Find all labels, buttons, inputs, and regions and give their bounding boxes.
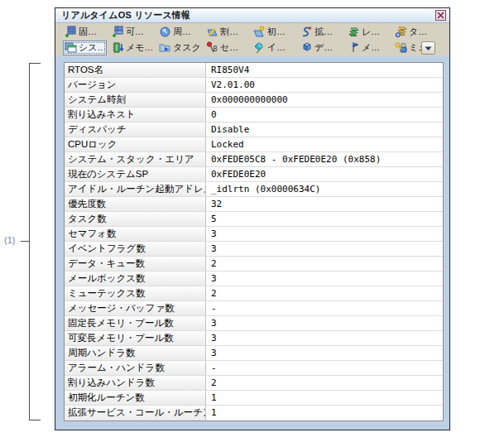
toolbar-overflow-button[interactable]	[421, 41, 435, 55]
button-mailbox[interactable]: メ…	[346, 41, 390, 55]
resource-value: 3	[206, 227, 443, 241]
button-cyclic-handler[interactable]: 周…	[157, 25, 201, 40]
resource-label: システム時刻	[65, 93, 206, 107]
resource-value: RI850V4	[206, 63, 443, 77]
resource-label: バージョン	[65, 78, 206, 92]
resource-value: V2.01.00	[206, 78, 443, 92]
button-extended-service-call[interactable]: 拡…	[299, 25, 343, 40]
button-label: 拡…	[314, 26, 333, 38]
resource-value: 0xFEDE0E20	[206, 167, 443, 181]
resource-label: セマフォ数	[65, 227, 206, 241]
initialize-routine-icon	[253, 26, 266, 38]
table-row[interactable]: 割り込みネスト0	[65, 108, 443, 123]
table-row[interactable]: システム時刻0x000000000000	[65, 93, 443, 108]
resource-label: 初期化ルーチン数	[65, 391, 206, 405]
data-queue-icon	[300, 41, 313, 54]
toolbar-row-2: シス… メモ… タスク 8 セ… イ…	[63, 40, 448, 55]
panel-titlebar[interactable]: リアルタイムOS リソース情報	[55, 8, 449, 23]
button-label: 周…	[173, 26, 191, 38]
resource-value: 3	[206, 242, 443, 256]
button-system[interactable]: シス…	[63, 41, 107, 55]
resource-label: RTOS名	[65, 63, 206, 77]
resource-label: CPUロック	[65, 137, 206, 151]
table-row[interactable]: メッセージ・バッファ数-	[65, 301, 443, 316]
table-row[interactable]: 優先度数32	[65, 197, 443, 212]
table-row[interactable]: 割り込みハンドラ数2	[65, 376, 443, 391]
close-button[interactable]	[435, 10, 446, 21]
resource-value: 0	[206, 108, 443, 122]
resource-value: 0x000000000000	[206, 93, 443, 107]
button-label: 割…	[220, 26, 238, 38]
close-icon	[437, 12, 444, 19]
timer-queue-icon	[395, 26, 407, 38]
mutex-icon	[395, 41, 407, 54]
table-row[interactable]: バージョンV2.01.00	[65, 78, 443, 93]
resource-value: _idlrtn (0x0000634C)	[206, 182, 443, 196]
table-row[interactable]: アラーム・ハンドラ数-	[65, 361, 443, 376]
table-row[interactable]: データ・キュー数2	[65, 257, 443, 271]
resource-value: 3	[206, 346, 443, 360]
task-icon	[159, 41, 171, 54]
panel-toolbar: 固… 可… 周… 割… 初…	[55, 23, 449, 56]
resource-label: 現在のシステムSP	[65, 167, 206, 181]
extended-service-call-icon	[300, 26, 313, 38]
toolbar-row-1: 固… 可… 周… 割… 初…	[63, 24, 448, 40]
table-row[interactable]: システム・スタック・エリア0xFEDE05C8 - 0xFEDE0E20 (0x…	[65, 152, 443, 167]
resource-label: アイドル・ルーチン起動アドレス	[65, 182, 206, 196]
variable-memory-pool-icon	[112, 26, 124, 38]
resource-value: 1	[206, 391, 443, 405]
table-row[interactable]: 初期化ルーチン数1	[65, 391, 443, 406]
table-row[interactable]: ミューテックス数2	[65, 286, 443, 301]
resource-value: Locked	[206, 137, 443, 151]
svg-text:8: 8	[213, 45, 218, 53]
table-row[interactable]: メールボックス数3	[65, 271, 443, 286]
button-variable-memory-pool[interactable]: 可…	[110, 25, 154, 40]
button-interrupt-service-routine[interactable]: 割…	[204, 25, 248, 40]
resource-label: メールボックス数	[65, 271, 206, 286]
button-timer-queue[interactable]: タ…	[393, 25, 437, 40]
table-row[interactable]: イベントフラグ数3	[65, 242, 443, 257]
memory-icon	[112, 41, 124, 54]
resource-label: 割り込みネスト	[65, 108, 206, 122]
table-row[interactable]: 固定長メモリ・プール数3	[65, 316, 443, 331]
button-task[interactable]: タスク	[157, 41, 201, 55]
button-label: タスク	[173, 41, 199, 54]
button-label: 初…	[267, 26, 286, 38]
resource-table: RTOS名RI850V4 バージョンV2.01.00 システム時刻0x00000…	[64, 62, 444, 421]
button-label: 可…	[126, 26, 144, 38]
table-row[interactable]: セマフォ数3	[65, 227, 443, 242]
table-row[interactable]: ディスパッチDisable	[65, 123, 443, 137]
button-data-queue[interactable]: デ…	[299, 41, 343, 55]
annotation-label: (1)	[4, 235, 15, 245]
resource-label: タスク数	[65, 212, 206, 226]
table-row[interactable]: 可変長メモリ・プール数3	[65, 331, 443, 346]
table-row[interactable]: 拡張サービス・コール・ルーチン数1	[65, 406, 443, 420]
table-row[interactable]: タスク数5	[65, 212, 443, 227]
button-initialize-routine[interactable]: 初…	[252, 25, 295, 40]
annotation-bracket-tick	[21, 241, 30, 242]
button-label: デ…	[314, 41, 333, 54]
button-fixed-memory-pool[interactable]: 固…	[63, 25, 107, 40]
resource-label: 周期ハンドラ数	[65, 346, 206, 360]
button-label: メ…	[362, 41, 380, 54]
resource-label: 拡張サービス・コール・ルーチン数	[65, 406, 206, 420]
button-semaphore[interactable]: 8 セ…	[204, 41, 248, 55]
resource-label: 可変長メモリ・プール数	[65, 331, 206, 345]
table-row[interactable]: アイドル・ルーチン起動アドレス_idlrtn (0x0000634C)	[65, 182, 443, 197]
button-label: シス…	[79, 41, 105, 54]
button-memory[interactable]: メモ…	[110, 41, 154, 55]
resource-value: 32	[206, 197, 443, 211]
resource-label: 割り込みハンドラ数	[65, 376, 206, 390]
button-event-flag[interactable]: イ…	[252, 41, 295, 55]
system-icon	[65, 41, 77, 54]
resource-value: 1	[206, 406, 443, 420]
table-row[interactable]: 現在のシステムSP0xFEDE0E20	[65, 167, 443, 182]
resource-value: 3	[206, 331, 443, 345]
screenshot-canvas: (1) リアルタイムOS リソース情報 固… 可…	[0, 0, 504, 442]
button-ready-queue[interactable]: レ…	[346, 25, 390, 40]
annotation-bracket	[29, 63, 41, 420]
table-row[interactable]: RTOS名RI850V4	[65, 63, 443, 78]
table-row[interactable]: 周期ハンドラ数3	[65, 346, 443, 361]
table-row[interactable]: CPUロックLocked	[65, 137, 443, 152]
button-label: タ…	[409, 26, 427, 38]
